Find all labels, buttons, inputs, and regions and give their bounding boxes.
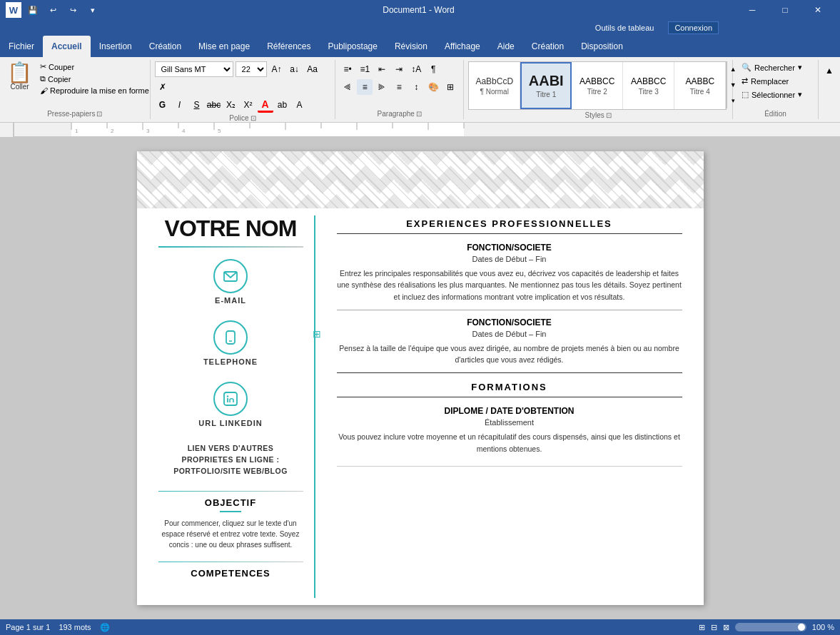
tab-creation2[interactable]: Création <box>523 36 572 57</box>
tab-affichage[interactable]: Affichage <box>436 36 489 57</box>
bold-button[interactable]: G <box>155 97 171 113</box>
sort-button[interactable]: ↕A <box>408 61 424 77</box>
connexion-button[interactable]: Connexion <box>668 21 719 34</box>
save-qat-button[interactable]: 💾 <box>24 1 41 19</box>
tab-mise-en-page[interactable]: Mise en page <box>190 36 258 57</box>
format-painter-label: Reproduire la mise en forme <box>50 86 149 95</box>
cv-linkedin-icon[interactable] <box>213 382 248 416</box>
cv-job1-title[interactable]: FONCTION/SOCIETE <box>337 243 682 253</box>
style-titre1[interactable]: AABI Titre 1 <box>520 62 572 109</box>
cut-button[interactable]: ✂ Couper <box>38 61 151 72</box>
tab-insertion[interactable]: Insertion <box>91 36 141 57</box>
align-center-button[interactable]: ≡ <box>357 79 373 95</box>
view-mode-read[interactable]: ⊟ <box>711 623 717 632</box>
zoom-slider[interactable] <box>735 623 806 631</box>
tab-fichier[interactable]: Fichier <box>0 36 43 57</box>
shrink-font-button[interactable]: a↓ <box>287 61 303 77</box>
styles-expand-icon[interactable]: ⊡ <box>606 111 612 119</box>
cv-email-icon[interactable] <box>213 259 248 293</box>
font-name-select[interactable]: Gill Sans MT <box>155 61 233 77</box>
case-button[interactable]: Aa <box>305 61 320 77</box>
cv-job1-desc[interactable]: Entrez les principales responsabilités q… <box>337 268 682 303</box>
restore-button[interactable]: □ <box>769 0 801 20</box>
bullets-button[interactable]: ≡• <box>340 61 355 77</box>
strikethrough-button[interactable]: abc <box>206 97 222 113</box>
cv-job2-title[interactable]: FONCTION/SOCIETE <box>337 318 682 327</box>
format-painter-icon: 🖌 <box>40 86 48 95</box>
shading-button[interactable]: 🎨 <box>425 79 441 95</box>
minimize-button[interactable]: ─ <box>736 0 769 20</box>
tab-disposition[interactable]: Disposition <box>572 36 632 57</box>
edition-content: 🔍 Rechercher ▾ ⇄ Remplacer ⬚ Sélectionne… <box>737 61 806 108</box>
search-button[interactable]: 🔍 Rechercher ▾ <box>737 61 806 73</box>
align-left-button[interactable]: ⫷ <box>340 79 355 95</box>
justify-button[interactable]: ≡ <box>391 79 407 95</box>
text-color-button[interactable]: A <box>258 97 273 113</box>
cv-objectif-text[interactable]: Pour commencer, cliquez sur le texte d'u… <box>158 518 303 550</box>
line-spacing-button[interactable]: ↕ <box>408 79 424 95</box>
add-table-icon[interactable]: ⊞ <box>313 328 321 340</box>
borders-button[interactable]: ⊞ <box>442 79 458 95</box>
tab-aide[interactable]: Aide <box>489 36 523 57</box>
replace-button[interactable]: ⇄ Remplacer <box>737 75 806 87</box>
paste-icon: 📋 <box>7 63 32 83</box>
decrease-indent-button[interactable]: ⇤ <box>374 61 390 77</box>
cv-linkedin-label[interactable]: URL LINKEDIN <box>198 419 262 427</box>
cv-formations-divider-top <box>337 372 682 373</box>
view-mode-web[interactable]: ⊠ <box>723 623 729 632</box>
align-right-button[interactable]: ⫸ <box>374 79 390 95</box>
style-normal[interactable]: AaBbCcD ¶ Normal <box>469 62 520 109</box>
cv-diploma-title[interactable]: DIPLOME / DATE D'OBTENTION <box>337 406 682 416</box>
underline-button[interactable]: S <box>189 97 205 113</box>
more-qat-button[interactable]: ▾ <box>84 1 101 19</box>
tab-references[interactable]: Références <box>258 36 319 57</box>
cv-phone-icon[interactable] <box>213 320 248 355</box>
font-size-select[interactable]: 22 <box>236 61 267 77</box>
select-button[interactable]: ⬚ Sélectionner ▾ <box>737 88 806 101</box>
paragraph-content: ≡• ≡1 ⇤ ⇥ ↕A ¶ ⫷ ≡ ⫸ ≡ ↕ 🎨 ⊞ <box>340 61 459 108</box>
format-painter-button[interactable]: 🖌 Reproduire la mise en forme <box>38 86 151 96</box>
tab-publipostage[interactable]: Publipostage <box>320 36 386 57</box>
view-mode-print[interactable]: ⊞ <box>699 623 705 632</box>
close-button[interactable]: ✕ <box>801 0 834 20</box>
tab-creation[interactable]: Création <box>141 36 190 57</box>
style-titre4[interactable]: AABBC Titre 4 <box>674 62 726 109</box>
tab-bar: Fichier Accueil Insertion Création Mise … <box>0 36 840 57</box>
tab-accueil[interactable]: Accueil <box>43 36 91 57</box>
cv-job2-dates[interactable]: Dates de Début – Fin <box>337 330 682 338</box>
numbering-button[interactable]: ≡1 <box>357 61 373 77</box>
cv-diploma-school[interactable]: Établissement <box>337 418 682 427</box>
clear-format-button[interactable]: ✗ <box>155 79 171 95</box>
font-expand-icon[interactable]: ⊡ <box>251 114 256 122</box>
zoom-level: 100 % <box>812 623 834 631</box>
language-indicator[interactable]: 🌐 <box>100 623 110 632</box>
style-titre3[interactable]: AABBCC Titre 3 <box>623 62 674 109</box>
clipboard-expand-icon[interactable]: ⊡ <box>96 110 102 118</box>
grow-font-button[interactable]: A↑ <box>269 61 285 77</box>
increase-indent-button[interactable]: ⇥ <box>391 61 407 77</box>
redo-qat-button[interactable]: ↪ <box>64 1 81 19</box>
text-shade-button[interactable]: A <box>292 97 308 113</box>
highlight-button[interactable]: ab <box>275 97 290 113</box>
cv-lien-text[interactable]: LIEN VERS D'AUTRESPROPRIETES EN LIGNE :P… <box>173 443 288 477</box>
style-titre2[interactable]: AABBCC Titre 2 <box>572 62 623 109</box>
select-icon: ⬚ <box>742 90 749 99</box>
tab-revision[interactable]: Révision <box>386 36 436 57</box>
paste-button[interactable]: 📋 Coller <box>4 61 35 92</box>
show-marks-button[interactable]: ¶ <box>425 61 441 77</box>
undo-qat-button[interactable]: ↩ <box>44 1 61 19</box>
subscript-button[interactable]: X₂ <box>223 97 239 113</box>
collapse-ribbon-button[interactable]: ▲ <box>821 63 837 78</box>
cv-name[interactable]: VOTRE NOM <box>165 215 297 242</box>
ruler-corner <box>0 123 14 137</box>
italic-button[interactable]: I <box>172 97 188 113</box>
copy-button[interactable]: ⧉ Copier <box>38 73 151 84</box>
ribbon: 📋 Coller ✂ Couper ⧉ Copier 🖌 Reproduire … <box>0 57 840 123</box>
cv-email-label[interactable]: E-MAIL <box>215 296 246 305</box>
cv-diploma-desc[interactable]: Vous pouvez inclure votre moyenne et un … <box>337 431 682 454</box>
paragraph-expand-icon[interactable]: ⊡ <box>416 110 422 118</box>
cv-phone-label[interactable]: TELEPHONE <box>203 357 258 366</box>
superscript-button[interactable]: X² <box>241 97 256 113</box>
cv-job2-desc[interactable]: Pensez à la taille de l'équipe que vous … <box>337 342 682 366</box>
cv-job1-dates[interactable]: Dates de Début – Fin <box>337 255 682 263</box>
